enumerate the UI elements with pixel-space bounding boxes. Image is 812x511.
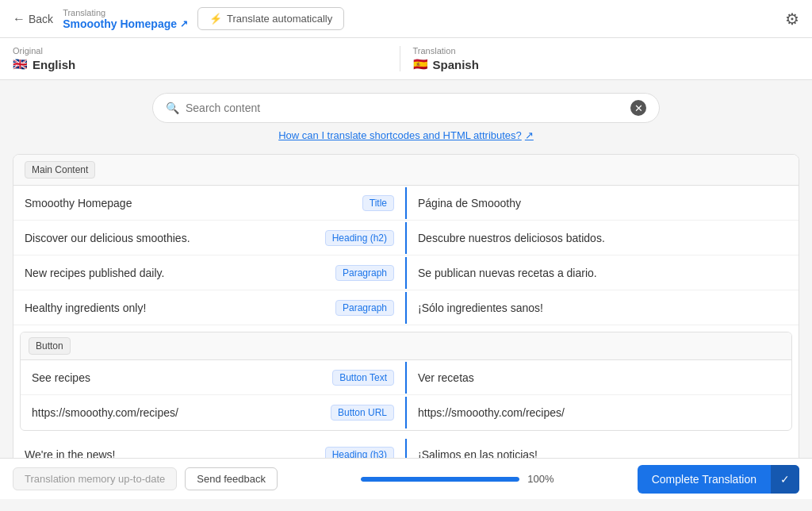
- back-arrow-icon: ←: [13, 12, 25, 26]
- search-area: 🔍 ✕ How can I translate shortcodes and H…: [0, 80, 812, 148]
- original-language: Original 🇬🇧 English: [13, 46, 400, 71]
- badge-paragraph: Paragraph: [335, 300, 394, 316]
- progress-area: 100%: [361, 473, 553, 485]
- table-row: See recipes Button Text Ver recetas: [21, 360, 791, 395]
- original-text: We're in the news!: [25, 448, 317, 458]
- table-row: https://smooothy.com/recipes/ Button URL…: [21, 395, 791, 430]
- badge-button-text: Button Text: [332, 370, 394, 386]
- original-text: Healthy ingredients only!: [25, 302, 327, 314]
- subsection-button: Button See recipes Button Text Ver recet…: [20, 332, 792, 431]
- send-feedback-button[interactable]: Send feedback: [185, 467, 278, 490]
- search-box: 🔍 ✕: [152, 93, 660, 123]
- external-link-icon: ↗: [180, 18, 188, 29]
- translation-text[interactable]: Descubre nuestros deliciosos batidos.: [407, 224, 799, 252]
- section-tag-main: Main Content: [25, 161, 95, 179]
- section-header-main: Main Content: [13, 155, 799, 186]
- complete-translation-button[interactable]: Complete Translation ✓: [638, 465, 799, 494]
- search-input[interactable]: [186, 102, 624, 114]
- row-left: Smooothy Homepage Title: [13, 187, 407, 219]
- content-card: Main Content Smooothy Homepage Title Pág…: [13, 154, 799, 458]
- footer-left: Translation memory up-to-date Send feedb…: [13, 467, 278, 490]
- badge-button-url: Button URL: [331, 405, 394, 421]
- row-left: https://smooothy.com/recipes/ Button URL: [21, 397, 407, 428]
- settings-button[interactable]: ⚙: [785, 10, 799, 29]
- progress-bar-fill: [361, 477, 519, 482]
- bolt-icon: ⚡: [209, 13, 222, 25]
- original-language-name: 🇬🇧 English: [13, 57, 400, 71]
- footer: Translation memory up-to-date Send feedb…: [0, 458, 812, 499]
- table-row: Discover our delicious smoothies. Headin…: [13, 221, 799, 256]
- translation-language: Translation 🇪🇸 Spanish: [400, 46, 800, 71]
- progress-bar: [361, 477, 519, 482]
- translating-info: Translating Smooothy Homepage ↗: [63, 8, 188, 30]
- translation-text[interactable]: Página de Smooothy: [407, 189, 799, 217]
- translating-label: Translating: [63, 8, 188, 17]
- back-label: Back: [29, 13, 53, 25]
- table-row: Smooothy Homepage Title Página de Smooot…: [13, 186, 799, 221]
- row-left: New recipes published daily. Paragraph: [13, 257, 407, 289]
- translation-text[interactable]: ¡Sólo ingredientes sanos!: [407, 294, 799, 322]
- search-icon: 🔍: [166, 102, 179, 114]
- original-flag: 🇬🇧: [13, 57, 28, 71]
- settings-icon: ⚙: [785, 10, 799, 28]
- complete-btn-chevron: ✓: [771, 465, 799, 494]
- badge-h2: Heading (h2): [325, 230, 394, 246]
- table-row: We're in the news! Heading (h3) ¡Salimos…: [13, 437, 799, 458]
- badge-h3: Heading (h3): [325, 447, 394, 458]
- progress-percentage: 100%: [527, 473, 553, 485]
- subsection-header-button: Button: [21, 332, 791, 360]
- topbar: ← Back Translating Smooothy Homepage ↗ ⚡…: [0, 0, 812, 38]
- translation-flag: 🇪🇸: [413, 57, 428, 71]
- translate-automatically-button[interactable]: ⚡ Translate automatically: [197, 7, 344, 30]
- translation-text[interactable]: Se publican nuevas recetas a diario.: [407, 259, 799, 287]
- original-text: Discover our delicious smoothies.: [25, 232, 317, 244]
- badge-title: Title: [362, 195, 394, 211]
- original-text: https://smooothy.com/recipes/: [32, 406, 323, 419]
- table-row: New recipes published daily. Paragraph S…: [13, 256, 799, 290]
- table-row: Healthy ingredients only! Paragraph ¡Sól…: [13, 290, 799, 325]
- translation-text[interactable]: ¡Salimos en las noticias!: [407, 440, 799, 458]
- translation-label: Translation: [413, 46, 800, 56]
- external-link-icon: ↗: [525, 129, 534, 141]
- back-button[interactable]: ← Back: [13, 12, 53, 26]
- original-text: New recipes published daily.: [25, 267, 327, 279]
- language-bar: Original 🇬🇧 English Translation 🇪🇸 Spani…: [0, 38, 812, 80]
- row-left: Discover our delicious smoothies. Headin…: [13, 222, 407, 254]
- clear-search-button[interactable]: ✕: [630, 100, 646, 116]
- topbar-left: ← Back Translating Smooothy Homepage ↗ ⚡…: [13, 7, 344, 30]
- original-text: Smooothy Homepage: [25, 197, 354, 209]
- translation-text[interactable]: https://smooothy.com/recipes/: [407, 398, 791, 427]
- row-left: We're in the news! Heading (h3): [13, 439, 407, 458]
- row-left: Healthy ingredients only! Paragraph: [13, 292, 407, 324]
- badge-paragraph: Paragraph: [335, 265, 394, 281]
- complete-label: Complete Translation: [638, 465, 771, 494]
- original-text: See recipes: [32, 371, 324, 384]
- row-left: See recipes Button Text: [21, 362, 407, 394]
- translation-language-name: 🇪🇸 Spanish: [413, 57, 800, 71]
- page-title[interactable]: Smooothy Homepage ↗: [63, 17, 188, 30]
- section-tag-button: Button: [29, 337, 71, 355]
- main-content: Main Content Smooothy Homepage Title Pág…: [0, 148, 812, 458]
- translation-text[interactable]: Ver recetas: [407, 363, 791, 392]
- help-link[interactable]: How can I translate shortcodes and HTML …: [278, 129, 534, 141]
- translation-memory-status[interactable]: Translation memory up-to-date: [13, 467, 177, 490]
- original-label: Original: [13, 46, 400, 56]
